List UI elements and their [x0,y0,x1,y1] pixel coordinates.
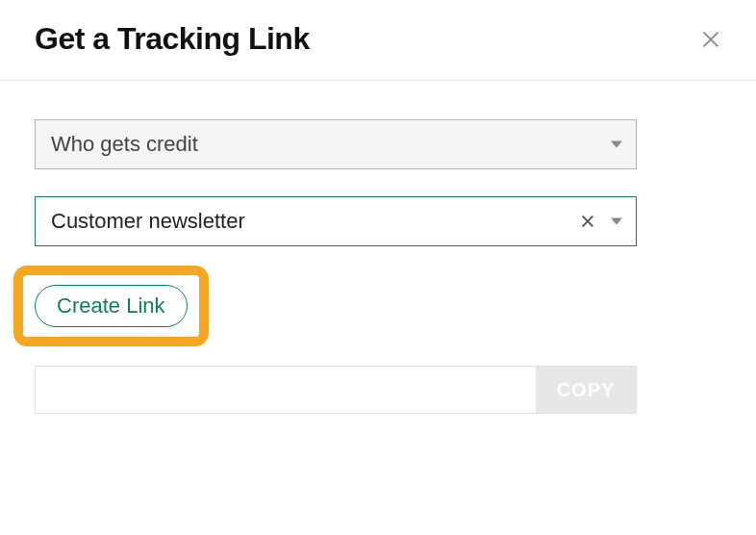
source-select-value: Customer newsletter [51,209,245,234]
credit-select-placeholder: Who gets credit [51,132,198,157]
create-link-highlight: Create Link [13,266,209,346]
copy-button[interactable]: COPY [536,367,636,413]
close-icon[interactable] [700,29,721,50]
output-row: COPY [35,366,637,414]
chevron-down-icon [611,218,622,225]
clear-icon[interactable] [580,214,595,229]
create-link-button[interactable]: Create Link [35,285,188,327]
modal-title: Get a Tracking Link [35,21,310,57]
credit-select[interactable]: Who gets credit [35,119,637,169]
modal-body: Who gets credit Customer newsletter Crea… [0,81,756,414]
modal-header: Get a Tracking Link [0,0,756,81]
tracking-link-output[interactable] [36,367,536,413]
tracking-link-modal: Get a Tracking Link Who gets credit Cust… [0,0,756,414]
source-select[interactable]: Customer newsletter [35,196,637,246]
chevron-down-icon [611,141,622,148]
